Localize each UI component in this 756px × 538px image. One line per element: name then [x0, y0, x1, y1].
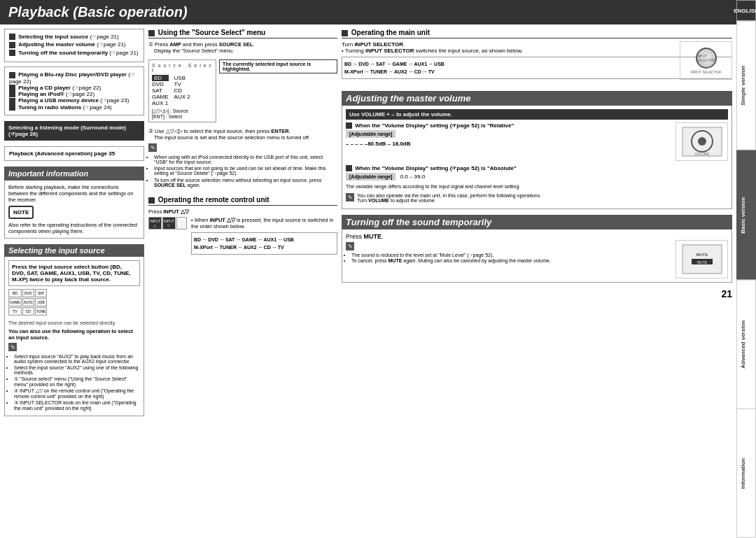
source-menu-highlight: The currently selected input source is h…	[219, 59, 337, 73]
mute-bullet-1: The sound is reduced to the level set at…	[351, 253, 728, 258]
turning-section: Turning off the sound temporarily Press …	[342, 215, 732, 283]
pencil-note-1: ✎	[8, 343, 140, 351]
source-select-body: ① Press AMP and then press SOURCE SEL. D…	[148, 41, 337, 187]
pencil-icon-source: ✎	[148, 143, 157, 152]
flow-row-1: BD↔ DVD↔ SAT↔ GAME↔ AUX1↔ USB	[194, 236, 335, 243]
flow-game: GAME	[241, 237, 256, 242]
mf-usb: USB	[434, 62, 444, 66]
rc-input-up[interactable]: INPUT △	[148, 217, 162, 229]
mf-dvd: DVD	[358, 62, 369, 66]
rc-btn-cd[interactable]: CD	[22, 307, 34, 316]
vol-rel-title: When the "Volume Display" setting (☞page…	[355, 122, 514, 129]
svg-text:MUTE: MUTE	[696, 260, 707, 264]
toc-item-2: Adjusting the master volume (☞page 21)	[9, 41, 139, 48]
select-input-body: Press the input source select button (BD…	[4, 257, 144, 416]
pencil-icon-vol: ✎	[346, 193, 354, 201]
mf-tv: TV	[428, 69, 435, 74]
rc-btn-usb[interactable]: USB	[35, 298, 48, 306]
important-body: Before starting playback, make the conne…	[4, 180, 144, 239]
remote-press: Press INPUT △▽	[148, 208, 337, 215]
select-input-title: Selecting the input source	[4, 244, 144, 257]
toc-sub-5: Tuning in radio stations (☞page 24)	[9, 104, 139, 111]
remote-note: • When INPUT △▽ is pressed, the input so…	[191, 217, 337, 229]
input-selector-label: INPUT SELECTOR	[691, 70, 721, 74]
sidebar-tab-basic[interactable]: Basic version	[736, 150, 756, 280]
adjusting-body: Use VOLUME + – to adjust the volume. Whe…	[342, 106, 732, 209]
volume-relative: When the "Volume Display" setting (☞page…	[346, 122, 728, 161]
menu-item-bd: BD	[152, 75, 169, 81]
menu-item-tv: TV	[174, 81, 190, 87]
volume-absolute: When the "Volume Display" setting (☞page…	[346, 165, 728, 189]
vol-abs-range-value: 0.0 – 99.0	[400, 174, 426, 180]
adjusting-section: Adjusting the master volume Use VOLUME +…	[342, 91, 732, 209]
sidebar-tab-advanced[interactable]: Advanced version	[736, 280, 756, 409]
left-column: Selecting the input source (☞page 21) Ad…	[4, 29, 144, 534]
checkbox-remote	[148, 197, 155, 204]
remote-section-header: Operating the remote control unit	[148, 196, 337, 206]
source-select-header: Using the "Source Select" menu	[148, 29, 337, 38]
rc-btn-dvd[interactable]: DVD	[22, 289, 34, 297]
rc-btn-tune[interactable]: TUNE	[35, 307, 48, 316]
menu-enter-text: [ENT] : Select	[152, 114, 213, 119]
source-select-title: Using the "Source Select" menu	[158, 29, 265, 36]
sidebar-tab-simple[interactable]: Simple version	[736, 21, 756, 150]
remote-note-area: • When INPUT △▽ is pressed, the input so…	[191, 217, 337, 257]
rc-input-down[interactable]: INPUT ▽	[162, 217, 176, 229]
checkbox-sub-2	[9, 85, 15, 91]
input-selector-knob: INPUTSELECTOR	[696, 48, 717, 69]
flow-mxport: M-XPort	[194, 245, 213, 250]
pencil-note-volume: ✎ You can also operate via the main unit…	[346, 193, 728, 203]
source-step2: ② Use △▽◁▷ to select the input source, t…	[148, 128, 337, 134]
menu-item-usb: USB	[174, 75, 190, 81]
toc-sub-2: Playing a CD player (☞page 22)	[9, 85, 139, 91]
remote-img-area: INPUT △ INPUT ▽	[148, 217, 187, 232]
press-box: Press the input source select button (BD…	[8, 260, 140, 286]
source-menu-header: S o u r c e S e l e c t	[152, 63, 213, 73]
adjusting-title: Adjusting the master volume	[342, 91, 732, 106]
rc-btn-tv[interactable]: TV	[8, 307, 22, 316]
rc-btn-game[interactable]: GAME	[8, 298, 22, 306]
mute-bullets: The sound is reduced to the level set at…	[351, 253, 728, 263]
mf-tuner: TUNER	[370, 69, 387, 74]
page-title: Playback (Basic operation)	[0, 0, 736, 24]
sidebar-tab-information[interactable]: Information	[736, 409, 756, 538]
bullet-3: ① "Source select" menu ("Using the "Sour…	[14, 376, 140, 387]
toc-page-1: (☞page 21)	[90, 34, 118, 40]
bullet-1: Select input source "AUX2" to play back …	[14, 354, 140, 364]
mf-sat: SAT	[376, 62, 385, 66]
rc-btn-bd[interactable]: BD	[8, 289, 22, 297]
checkbox-sub-1	[9, 72, 15, 78]
mf-mxport: M-XPort	[344, 69, 363, 74]
vol-abs-title: When the "Volume Display" setting (☞page…	[355, 165, 517, 171]
select-small-note: The desired input source can be selected…	[8, 320, 140, 325]
simple-label: Simple version	[740, 66, 746, 106]
checkbox-icon-3	[9, 50, 15, 56]
bullet-4: ② INPUT △▽ on the remote control unit ("…	[14, 388, 140, 399]
source-bullet-3: To turn off the source selection menu wi…	[154, 178, 337, 187]
menu-item-cd: CD	[174, 87, 190, 94]
turning-body: Press MUTE. MUTE MUTE	[342, 229, 732, 283]
vol-rel-value: – – – – –80.5dB – 18.0dB	[346, 141, 411, 147]
source-menu-left: BD DVD SAT GAME AUX 1	[152, 75, 169, 106]
rc-btn-aux1[interactable]: AUX1	[22, 298, 34, 306]
operating-header: Operating the main unit	[342, 29, 732, 38]
main-flow-row-1: BD↔ DVD↔ SAT↔ GAME↔ AUX1↔ USB	[344, 61, 674, 67]
remote-content: INPUT △ INPUT ▽ • When INPUT △▽ is press…	[148, 217, 337, 257]
toc-sub-1: Playing a Blu-ray Disc player/DVD player…	[9, 71, 139, 84]
main-flow-row-2: M-XPort↔ TUNER↔ AUX2↔ CD↔ TV	[344, 69, 674, 75]
flow-usb: USB	[284, 237, 294, 242]
mf-aux1: AUX1	[414, 62, 427, 66]
rc-btn-sat[interactable]: SAT	[35, 289, 48, 297]
mf-aux2: AUX2	[394, 69, 407, 74]
mf-game: GAME	[392, 62, 407, 66]
flow-bd: BD	[194, 237, 201, 242]
english-label: ENGLISH	[734, 8, 756, 14]
volume-relative-content: When the "Volume Display" setting (☞page…	[346, 122, 666, 147]
mute-svg: MUTE MUTE	[681, 243, 723, 275]
remote-title: Operating the remote control unit	[158, 196, 270, 204]
flow-tv: TV	[278, 245, 284, 250]
toc-sub-3: Playing an iPod® (☞page 22)	[9, 91, 139, 97]
toc-subbox: Playing a Blu-ray Disc player/DVD player…	[4, 66, 144, 115]
bold-note: You can also use the following operation…	[8, 328, 140, 341]
menu-item-game: GAME	[152, 94, 169, 100]
